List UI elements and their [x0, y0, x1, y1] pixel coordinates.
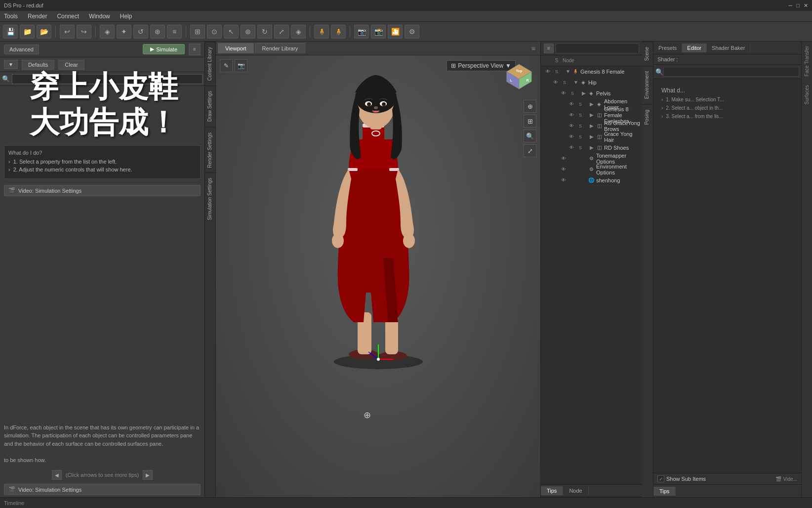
grid-button[interactable]: ⊞ — [190, 25, 205, 39]
shader-video-btn[interactable]: 🎬 Vide... — [775, 476, 797, 482]
eye-icon[interactable]: 👁 — [559, 156, 568, 161]
tab-viewport[interactable]: Viewport — [218, 43, 254, 53]
move-button[interactable]: ⤢ — [274, 25, 289, 39]
zoom-fit-button[interactable]: ⊞ — [524, 115, 536, 127]
video-simulation-btn[interactable]: 🎬 Video: Simulation Settings — [4, 185, 201, 196]
menu-render[interactable]: Render — [26, 12, 49, 21]
minimize-btn[interactable]: ─ — [789, 2, 793, 9]
tree-item-genesis8[interactable]: 👁 S ▼ 🧍 Genesis 8 Female — [541, 66, 642, 77]
next-tip-button[interactable]: ▶ — [143, 470, 153, 480]
tree-item-hip[interactable]: 👁 S ▼ ◈ Hip — [541, 77, 642, 88]
maximize-btn[interactable]: □ — [796, 2, 800, 9]
rotate-button[interactable]: ↻ — [257, 25, 272, 39]
environment-tab[interactable]: Environment — [642, 66, 653, 104]
prev-tip-button[interactable]: ◀ — [52, 470, 62, 480]
fullscreen-button[interactable]: ⤢ — [524, 144, 536, 157]
expand-icon[interactable]: ▶ — [588, 123, 595, 128]
side-tab-simulation-settings[interactable]: Simulation Settings — [205, 172, 215, 225]
shader-tab-presets[interactable]: Presets — [653, 43, 682, 52]
advanced-button[interactable]: Advanced — [4, 44, 39, 54]
expand-icon[interactable]: ▼ — [572, 80, 579, 85]
tree-item-brows[interactable]: 👁 S ▶ ◫ RS GraceYong Brows — [541, 121, 642, 131]
video-simulation-btn-2[interactable]: 🎬 Video: Simulation Settings — [4, 484, 201, 495]
eye-icon[interactable]: 👁 — [559, 167, 568, 172]
camera-button[interactable]: 📷 — [354, 25, 369, 39]
tab-render-library[interactable]: Render Library — [255, 43, 306, 53]
vp-camera-button[interactable]: 📷 — [235, 59, 247, 72]
tool4-button[interactable]: ⊕ — [150, 25, 165, 39]
menu-icon-button[interactable]: ≡ — [189, 43, 201, 55]
eye-icon[interactable]: 👁 — [567, 134, 576, 139]
shader-tab-editor[interactable]: Editor — [682, 43, 707, 52]
menu-help[interactable]: Help — [118, 12, 134, 21]
menu-tools[interactable]: Tools — [2, 12, 20, 21]
scene-tab-tips[interactable]: Tips — [541, 486, 563, 495]
tree-item-tonemapper[interactable]: 👁 ⚙ Tonemapper Options — [541, 153, 642, 164]
eye-icon[interactable]: 👁 — [567, 145, 576, 150]
eye-icon[interactable]: 👁 — [559, 177, 568, 183]
eye-icon[interactable]: 👁 — [543, 69, 553, 74]
posing-tab[interactable]: Posing — [642, 104, 653, 130]
surfaces-tab[interactable]: Surfaces — [803, 81, 811, 108]
defaults-button[interactable]: Defaults — [22, 60, 54, 70]
expand-icon[interactable]: ▶ — [588, 134, 595, 139]
expand-icon[interactable]: ▼ — [565, 69, 571, 74]
tree-item-shenhong[interactable]: 👁 🌐 shenhong — [541, 175, 642, 186]
simulate-button[interactable]: ▶ Simulate — [143, 44, 185, 54]
expand-icon[interactable]: ▶ — [588, 145, 595, 150]
tree-item-environment[interactable]: 👁 ⚙ Environment Options — [541, 164, 642, 175]
navigation-cube[interactable]: Top L R — [502, 59, 536, 94]
eye-icon[interactable]: 👁 — [567, 123, 576, 128]
eye-icon[interactable]: 👁 — [559, 90, 568, 96]
figure-button[interactable]: 🧍 — [314, 25, 329, 39]
tool1-button[interactable]: ◈ — [100, 25, 115, 39]
expand-icon[interactable]: ▶ — [588, 112, 595, 118]
scene-search-input[interactable] — [556, 43, 639, 53]
select-button[interactable]: ↖ — [224, 25, 239, 39]
figure2-button[interactable]: 🧍 — [331, 25, 346, 39]
tree-item-shoes[interactable]: 👁 S ▶ ◫ RD Shoes — [541, 142, 642, 153]
eye-icon[interactable]: 👁 — [551, 80, 561, 85]
orbit-button[interactable]: ⊙ — [207, 25, 222, 39]
expand-icon[interactable]: ▶ — [588, 101, 595, 107]
shader-tab-baker[interactable]: Shader Baker — [707, 43, 750, 52]
eye-icon[interactable]: 👁 — [567, 101, 576, 107]
viewport-menu-icon[interactable]: ≡ — [528, 43, 538, 53]
viewport-canvas[interactable]: ✎ 📷 ⊞ Perspective View ▼ Top L R — [216, 55, 540, 497]
tool2-button[interactable]: ✦ — [117, 25, 131, 39]
left-search-input[interactable] — [12, 74, 203, 84]
dropdown-button[interactable]: ▼ — [4, 60, 18, 69]
render-button[interactable]: 📸 — [371, 25, 386, 39]
tree-item-eyelashes[interactable]: 👁 S ▶ ◫ Genesis 8 Female Eyelashes — [541, 110, 642, 121]
zoom-out-button[interactable]: 🔍 — [524, 129, 536, 142]
clear-button[interactable]: Clear — [58, 60, 84, 70]
target-button[interactable]: ⊛ — [241, 25, 255, 39]
tool5-button[interactable]: ≡ — [167, 25, 182, 39]
video-render-button[interactable]: 🎦 — [388, 25, 403, 39]
tree-item-hair[interactable]: 👁 S ▶ ◫ Grace Yong Hair — [541, 131, 642, 142]
face-transfer-tab[interactable]: Face Transfer — [803, 42, 811, 81]
scene-menu-btn[interactable]: ≡ — [544, 43, 554, 53]
eye-icon[interactable]: 👁 — [567, 112, 576, 118]
scale-button[interactable]: ◈ — [291, 25, 306, 39]
menu-window[interactable]: Window — [87, 12, 112, 21]
tool3-button[interactable]: ↺ — [133, 25, 148, 39]
undo-button[interactable]: ↩ — [60, 25, 75, 39]
rb-tab-tips[interactable]: Tips — [653, 487, 676, 496]
side-tab-render-settings[interactable]: Render Settings — [205, 127, 215, 173]
show-sub-items-checkbox[interactable]: ✓ — [657, 475, 664, 482]
side-tab-draw-settings[interactable]: Draw Settings — [205, 85, 215, 127]
shader-search-input[interactable] — [663, 67, 799, 77]
vp-edit-button[interactable]: ✎ — [220, 59, 233, 72]
scene-tab-node[interactable]: Node — [563, 486, 588, 495]
tree-item-pelvis[interactable]: 👁 S ▶ ◈ Pelvis — [541, 88, 642, 99]
expand-icon[interactable]: ▶ — [580, 90, 587, 96]
save-button[interactable]: 💾 — [3, 25, 18, 39]
settings-button[interactable]: ⚙ — [405, 25, 419, 39]
menu-connect[interactable]: Connect — [55, 12, 81, 21]
export-button[interactable]: 📂 — [37, 25, 51, 39]
scene-tab[interactable]: Scene — [642, 42, 653, 66]
open-button[interactable]: 📁 — [20, 25, 35, 39]
redo-button[interactable]: ↪ — [77, 25, 91, 39]
close-btn[interactable]: ✕ — [804, 2, 808, 9]
